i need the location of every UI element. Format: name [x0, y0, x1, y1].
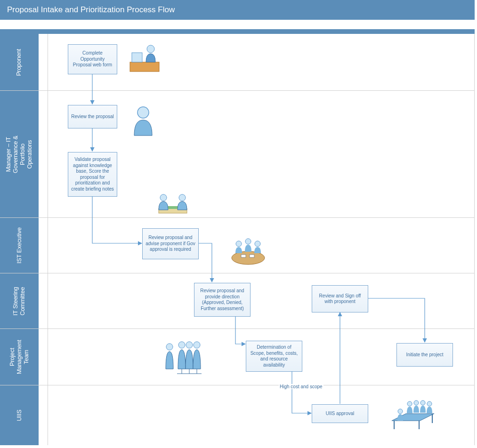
svg-point-11 — [255, 241, 260, 247]
svg-point-27 — [420, 400, 425, 405]
lane-manager: Manager – IT Governance & Portfolio Oper… — [0, 90, 475, 217]
svg-rect-12 — [241, 255, 246, 257]
lane-pmt: Project Management Team Determination of… — [0, 328, 475, 385]
svg-point-6 — [179, 194, 186, 201]
svg-point-29 — [398, 409, 403, 414]
flow-label-high-cost: High cost and scope — [279, 384, 323, 389]
node-uiis-approval: UIIS approval — [312, 404, 368, 423]
node-steering-review: Review proposal and provide direction (A… — [194, 283, 251, 317]
svg-point-9 — [236, 241, 242, 247]
group-of-people-icon — [161, 338, 203, 380]
svg-point-25 — [407, 401, 412, 406]
person-icon — [130, 105, 156, 140]
lane-label-ist: IST Executive — [0, 218, 39, 273]
lane-label-uiis: UIIS — [0, 385, 39, 445]
svg-point-17 — [194, 342, 200, 348]
node-validate: Validate proposal against knowledge base… — [68, 152, 117, 197]
lane-label-pmt: Project Management Team — [0, 329, 39, 385]
lane-label-steering: IT Steering Committee — [0, 273, 39, 328]
svg-rect-13 — [250, 255, 254, 257]
node-initiate: Initiate the project — [396, 343, 453, 367]
svg-point-15 — [178, 342, 185, 348]
node-signoff: Review and Sign off with proponent — [312, 285, 368, 312]
title-text: Proposal Intake and Prioritization Proce… — [7, 5, 175, 14]
svg-point-16 — [186, 342, 193, 348]
lane-steering: IT Steering Committee Review proposal an… — [0, 273, 475, 328]
svg-rect-1 — [132, 53, 142, 62]
meeting-table-icon — [227, 237, 269, 272]
node-review-proposal: Review the proposal — [68, 105, 117, 128]
svg-point-10 — [245, 239, 251, 244]
svg-point-28 — [427, 401, 432, 406]
svg-rect-0 — [130, 62, 159, 72]
lane-uiis: UIIS UIIS approval — [0, 385, 475, 445]
svg-point-14 — [166, 344, 173, 350]
svg-point-2 — [147, 45, 154, 53]
lane-label-proponent: Proponent — [0, 34, 39, 90]
swimlanes: Proponent Complete Opportunity Proposal … — [0, 34, 475, 445]
lane-ist: IST Executive Review proposal and advise… — [0, 217, 475, 273]
person-at-computer-icon — [128, 43, 161, 76]
svg-point-5 — [160, 194, 167, 201]
separator-bar — [0, 29, 475, 34]
svg-rect-7 — [168, 206, 178, 209]
lane-proponent: Proponent Complete Opportunity Proposal … — [0, 34, 475, 90]
node-determination: Determination of Scope, benefits, costs,… — [246, 341, 302, 372]
node-complete-form: Complete Opportunity Proposal web form — [68, 44, 117, 74]
boardroom-icon — [387, 397, 439, 434]
svg-point-3 — [137, 107, 149, 118]
svg-point-8 — [232, 251, 265, 264]
node-ist-review: Review proposal and advise proponent if … — [142, 228, 199, 259]
svg-point-26 — [414, 400, 419, 405]
lane-label-manager: Manager – IT Governance & Portfolio Oper… — [0, 91, 39, 217]
page-title: Proposal Intake and Prioritization Proce… — [0, 0, 475, 20]
